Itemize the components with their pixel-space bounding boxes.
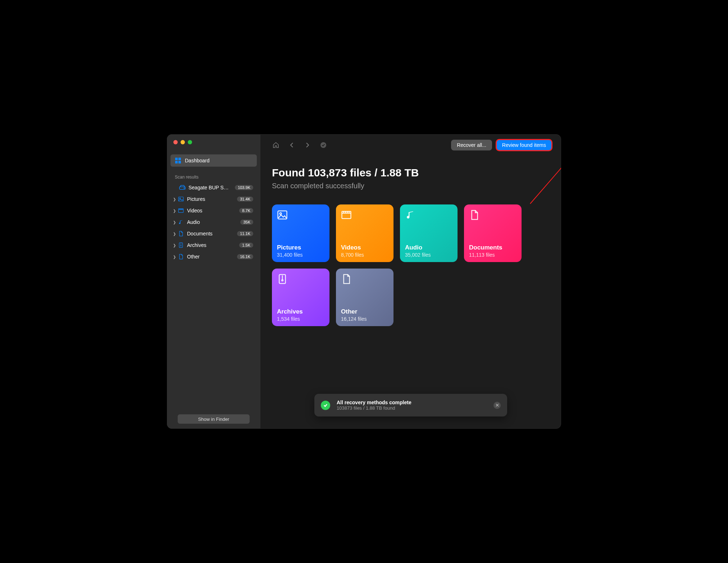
tree-row-badge: 1.5K: [239, 243, 253, 248]
card-documents[interactable]: Documents 11,113 files: [464, 204, 522, 262]
tree-drive-label: Seagate BUP S…: [188, 185, 235, 190]
card-subtitle: 35,002 files: [405, 252, 452, 258]
sidebar-item-label: Dashboard: [185, 158, 210, 163]
audio-icon: [405, 210, 416, 220]
card-title: Videos: [341, 244, 388, 251]
tree-row-label: Other: [187, 254, 237, 260]
card-title: Documents: [469, 244, 517, 251]
svg-rect-8: [178, 209, 183, 213]
tree-row-badge: 11.1K: [237, 231, 253, 236]
tree-row-label: Documents: [187, 231, 237, 237]
tree-row-badge: 16.1K: [237, 254, 253, 259]
svg-rect-14: [342, 211, 351, 219]
card-archives[interactable]: Archives 1,534 files: [272, 269, 329, 326]
back-icon[interactable]: [288, 141, 296, 149]
svg-point-5: [184, 188, 185, 189]
card-title: Pictures: [277, 244, 324, 251]
tree-row-badge: 31.4K: [237, 197, 253, 202]
svg-line-17: [530, 154, 561, 204]
check-circle-icon[interactable]: [319, 141, 327, 149]
dashboard-icon: [175, 157, 181, 164]
home-icon[interactable]: [272, 141, 280, 149]
minimize-window-icon[interactable]: [181, 140, 185, 144]
svg-rect-1: [178, 158, 181, 160]
review-found-items-button[interactable]: Review found items: [496, 140, 552, 150]
svg-rect-12: [278, 211, 287, 219]
card-other[interactable]: Other 16,124 files: [336, 269, 393, 326]
archive-icon: [178, 242, 184, 248]
svg-rect-2: [175, 161, 178, 163]
tree-row-other[interactable]: ❯ Other 16.1K: [170, 251, 257, 262]
sidebar-footer: Show in Finder: [170, 414, 257, 424]
sidebar-item-dashboard[interactable]: Dashboard: [170, 154, 257, 167]
forward-icon[interactable]: [304, 141, 311, 149]
maximize-window-icon[interactable]: [188, 140, 192, 144]
toolbar: Recover all... Review found items: [272, 134, 552, 156]
status-toast: All recovery methods complete 103873 fil…: [314, 394, 507, 416]
toast-close-button[interactable]: [493, 402, 501, 409]
svg-rect-3: [178, 161, 181, 163]
tree-row-audio[interactable]: ❯ Audio 35K: [170, 216, 257, 228]
card-title: Other: [341, 308, 388, 315]
main-content: Recover all... Review found items Found …: [260, 134, 561, 429]
success-check-icon: [321, 401, 330, 410]
close-window-icon[interactable]: [173, 140, 178, 144]
video-icon: [178, 208, 184, 213]
toast-title: All recovery methods complete: [337, 400, 411, 405]
scan-results-tree: Seagate BUP S… 103.9K ❯ Pictures 31.4K ❯…: [170, 182, 257, 262]
svg-rect-6: [178, 197, 183, 201]
sidebar: Dashboard Scan results Seagate BUP S… 10…: [167, 134, 260, 429]
card-audio[interactable]: Audio 35,002 files: [400, 204, 458, 262]
card-videos[interactable]: Videos 8,700 files: [336, 204, 393, 262]
toast-subtitle: 103873 files / 1.88 TB found: [337, 405, 411, 411]
video-icon: [341, 210, 352, 220]
tree-row-label: Videos: [187, 208, 239, 213]
show-in-finder-button[interactable]: Show in Finder: [178, 414, 250, 424]
other-icon: [178, 254, 184, 260]
finder-label: Show in Finder: [198, 416, 229, 422]
tree-drive-row[interactable]: Seagate BUP S… 103.9K: [170, 182, 257, 193]
tree-row-label: Pictures: [187, 196, 237, 202]
page-subtitle: Scan completed successfully: [272, 182, 552, 190]
card-title: Audio: [405, 244, 452, 251]
drive-icon: [179, 185, 186, 190]
tree-row-videos[interactable]: ❯ Videos 8.7K: [170, 205, 257, 216]
svg-point-16: [282, 280, 283, 281]
tree-row-pictures[interactable]: ❯ Pictures 31.4K: [170, 193, 257, 205]
card-subtitle: 8,700 files: [341, 252, 388, 258]
picture-icon: [178, 196, 184, 202]
card-subtitle: 11,113 files: [469, 252, 517, 258]
svg-point-13: [280, 213, 282, 215]
other-icon: [341, 274, 352, 284]
chevron-right-icon: ❯: [173, 232, 176, 236]
document-icon: [469, 210, 480, 220]
card-subtitle: 1,534 files: [277, 316, 324, 322]
tree-row-archives[interactable]: ❯ Archives 1.5K: [170, 239, 257, 251]
window-controls: [173, 140, 257, 144]
document-icon: [178, 231, 184, 237]
chevron-right-icon: ❯: [173, 243, 176, 247]
chevron-right-icon: ❯: [173, 197, 176, 201]
card-subtitle: 31,400 files: [277, 252, 324, 258]
app-window: Dashboard Scan results Seagate BUP S… 10…: [167, 134, 561, 429]
archive-icon: [277, 274, 288, 284]
tree-row-documents[interactable]: ❯ Documents 11.1K: [170, 228, 257, 239]
card-pictures[interactable]: Pictures 31,400 files: [272, 204, 329, 262]
tree-row-label: Audio: [187, 219, 240, 225]
card-subtitle: 16,124 files: [341, 316, 388, 322]
chevron-right-icon: ❯: [173, 255, 176, 259]
tree-row-badge: 35K: [240, 220, 253, 225]
category-cards: Pictures 31,400 files Videos 8,700 files…: [272, 204, 552, 326]
tree-row-badge: 8.7K: [239, 208, 253, 213]
audio-icon: [178, 219, 184, 225]
review-label: Review found items: [502, 142, 546, 148]
svg-point-7: [179, 198, 181, 199]
svg-rect-0: [175, 158, 178, 160]
sidebar-section-title: Scan results: [175, 175, 257, 180]
chevron-right-icon: ❯: [173, 209, 176, 213]
page-title: Found 103,873 files / 1.88 TB: [272, 167, 552, 179]
picture-icon: [277, 210, 288, 220]
card-title: Archives: [277, 308, 324, 315]
tree-drive-badge: 103.9K: [235, 185, 253, 190]
recover-all-button[interactable]: Recover all...: [451, 140, 492, 150]
